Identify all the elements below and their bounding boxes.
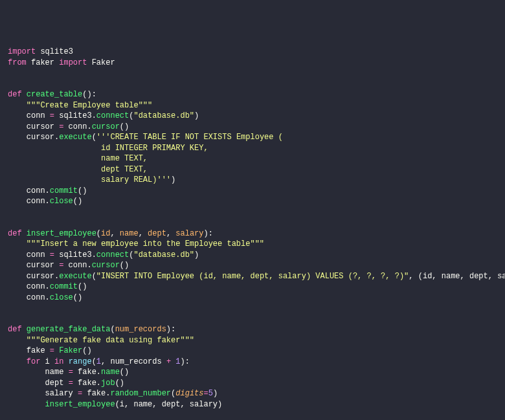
code-line: name TEXT, [8,153,497,164]
code-line: def insert_employee(id, name, dept, sala… [8,228,497,239]
code-line: conn.close() [8,196,497,207]
code-line: cursor.execute('''CREATE TABLE IF NOT EX… [8,132,497,143]
code-line: name = fake.name() [8,367,497,378]
code-line: def generate_fake_data(num_records): [8,324,497,335]
code-line: dept TEXT, [8,164,497,175]
code-editor[interactable]: import sqlite3from faker import Faker de… [8,47,497,420]
code-line [8,410,497,420]
code-line: dept = fake.job() [8,378,497,389]
code-line [8,303,497,314]
code-line: """Generate fake data using faker""" [8,335,497,346]
code-line: """Insert a new employee into the Employ… [8,239,497,250]
code-line: salary = fake.random_number(digits=5) [8,388,497,399]
code-line: cursor = conn.cursor() [8,260,497,271]
code-line: conn = sqlite3.connect("database.db") [8,250,497,261]
code-line: insert_employee(i, name, dept, salary) [8,399,497,410]
code-line: import sqlite3 [8,47,497,58]
code-line [8,314,497,325]
code-line: cursor.execute("INSERT INTO Employee (id… [8,271,497,282]
code-line [8,79,497,90]
code-line: conn.commit() [8,186,497,197]
code-line: """Create Employee table""" [8,100,497,111]
code-line [8,207,497,218]
code-line: conn.commit() [8,282,497,293]
code-line: from faker import Faker [8,58,497,69]
code-line: for i in range(1, num_records + 1): [8,357,497,368]
code-line: cursor = conn.cursor() [8,122,497,133]
code-line: salary REAL)''') [8,175,497,186]
code-line: def create_table(): [8,89,497,100]
code-line [8,217,497,228]
code-line: conn = sqlite3.connect("database.db") [8,111,497,122]
code-line: conn.close() [8,293,497,304]
code-line [8,68,497,79]
code-line: id INTEGER PRIMARY KEY, [8,143,497,154]
code-line: fake = Faker() [8,346,497,357]
